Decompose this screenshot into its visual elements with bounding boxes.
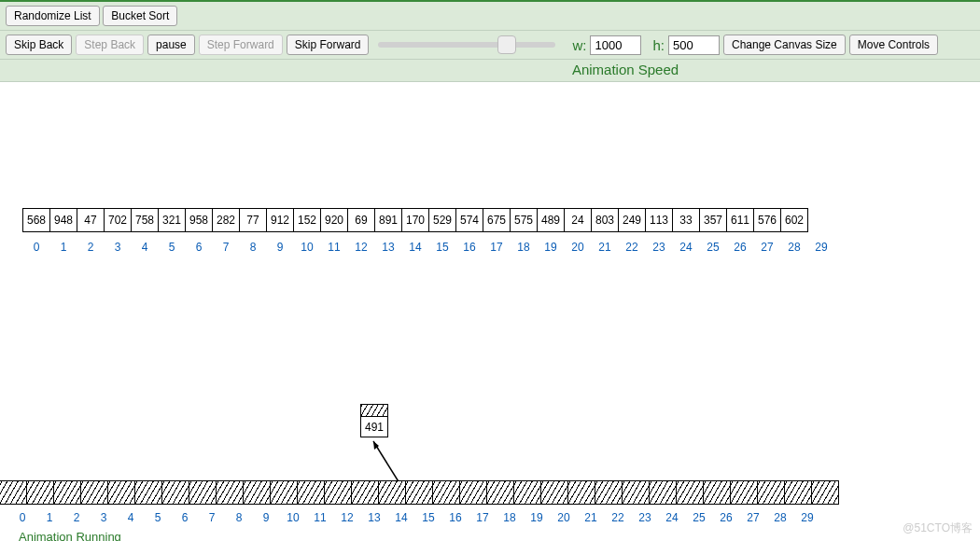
- array-index: 18: [510, 241, 538, 254]
- bucket-cell: [189, 480, 217, 505]
- watermark: @51CTO博客: [903, 520, 973, 536]
- bucket-sort-button[interactable]: Bucket Sort: [103, 6, 177, 26]
- bucket-index: 1: [35, 511, 63, 524]
- step-forward-button: Step Forward: [199, 35, 283, 55]
- bucket-cell: [324, 480, 352, 505]
- array-index: 24: [672, 241, 700, 254]
- bucket-cell: [80, 480, 108, 505]
- array-index: 14: [401, 241, 429, 254]
- bucket-index: 4: [117, 511, 145, 524]
- bucket-index: 25: [685, 511, 713, 524]
- bucket-index: 18: [496, 511, 524, 524]
- array-cell: 568: [22, 208, 50, 232]
- bucket-index: 27: [739, 511, 767, 524]
- bucket-index: 13: [360, 511, 388, 524]
- array-cell: 912: [266, 208, 294, 232]
- array-index: 22: [618, 241, 646, 254]
- animation-status: Animation Running: [19, 530, 121, 541]
- bucket-index: 6: [171, 511, 199, 524]
- bucket-cell: [53, 480, 81, 505]
- canvas-area: 5689484770275832195828277912152920698911…: [0, 82, 980, 541]
- bucket-index: 17: [469, 511, 497, 524]
- skip-forward-button[interactable]: Skip Forward: [287, 35, 370, 55]
- bucket-index: 16: [441, 511, 469, 524]
- bucket-index: 19: [523, 511, 551, 524]
- move-controls-button[interactable]: Move Controls: [849, 35, 938, 55]
- bucket-index: 14: [387, 511, 415, 524]
- array-cell: 803: [591, 208, 619, 232]
- height-input[interactable]: [668, 35, 720, 55]
- bucket-index: 0: [8, 511, 36, 524]
- array-index: 12: [347, 241, 375, 254]
- array-index: 17: [483, 241, 511, 254]
- array-index: 26: [726, 241, 754, 254]
- bucket-index: 5: [144, 511, 172, 524]
- bucket-index: 28: [766, 511, 794, 524]
- bucket-cell: [107, 480, 135, 505]
- bucket-index: 9: [252, 511, 280, 524]
- width-input[interactable]: [590, 35, 641, 55]
- bucket-index: 29: [793, 511, 821, 524]
- bucket-cell: [134, 480, 162, 505]
- array-cell: 113: [645, 208, 673, 232]
- bucket-cell: [784, 480, 812, 505]
- bucket-index: 8: [225, 511, 253, 524]
- array-cell: 69: [347, 208, 375, 232]
- width-label: w:: [572, 37, 586, 53]
- bucket-index: 20: [550, 511, 578, 524]
- array-index: 29: [807, 241, 835, 254]
- bucket-cell: [26, 480, 54, 505]
- array-cell: 948: [49, 208, 77, 232]
- bucket-cell: [540, 480, 568, 505]
- array-cell: 170: [401, 208, 429, 232]
- array-index: 3: [104, 241, 132, 254]
- bucket-index: 24: [658, 511, 686, 524]
- array-cell: 47: [77, 208, 105, 232]
- array-cell: 489: [537, 208, 565, 232]
- bucket-cell: [297, 480, 325, 505]
- array-cell: 24: [564, 208, 592, 232]
- bucket-cell: [459, 480, 487, 505]
- array-index: 25: [699, 241, 727, 254]
- bucket-cell: [622, 480, 650, 505]
- array-index: 11: [320, 241, 348, 254]
- top-array-row: 5689484770275832195828277912152920698911…: [23, 208, 808, 232]
- array-cell: 77: [239, 208, 267, 232]
- bucket-index: 3: [90, 511, 118, 524]
- array-index: 28: [780, 241, 808, 254]
- bucket-cell: [649, 480, 677, 505]
- bucket-index: 12: [333, 511, 361, 524]
- moving-element-value: 491: [360, 417, 388, 437]
- bucket-cell: [811, 480, 839, 505]
- array-index: 16: [455, 241, 483, 254]
- bucket-cell: [270, 480, 298, 505]
- bottom-index-row: 0123456789101112131415161718192021222324…: [9, 511, 821, 524]
- bucket-cell: [567, 480, 595, 505]
- height-label: h:: [652, 37, 665, 53]
- moving-element-hatch: [360, 404, 388, 417]
- bucket-index: 2: [63, 511, 91, 524]
- array-index: 5: [158, 241, 186, 254]
- pause-button[interactable]: pause: [147, 35, 195, 55]
- skip-back-button[interactable]: Skip Back: [6, 35, 72, 55]
- bucket-index: 23: [631, 511, 659, 524]
- array-cell: 575: [510, 208, 538, 232]
- array-index: 19: [537, 241, 565, 254]
- array-index: 15: [428, 241, 456, 254]
- array-cell: 249: [618, 208, 646, 232]
- array-cell: 357: [699, 208, 727, 232]
- change-canvas-size-button[interactable]: Change Canvas Size: [723, 35, 846, 55]
- animation-speed-label: Animation Speed: [0, 60, 980, 82]
- animation-speed-slider[interactable]: [378, 42, 555, 48]
- array-index: 7: [212, 241, 240, 254]
- bucket-cell: [676, 480, 704, 505]
- bucket-cell: [595, 480, 623, 505]
- bucket-cell: [378, 480, 406, 505]
- array-cell: 152: [293, 208, 321, 232]
- array-index: 8: [239, 241, 267, 254]
- bucket-cell: [730, 480, 758, 505]
- randomize-list-button[interactable]: Randomize List: [6, 6, 100, 26]
- array-cell: 321: [158, 208, 186, 232]
- bucket-index: 26: [712, 511, 740, 524]
- array-cell: 675: [483, 208, 511, 232]
